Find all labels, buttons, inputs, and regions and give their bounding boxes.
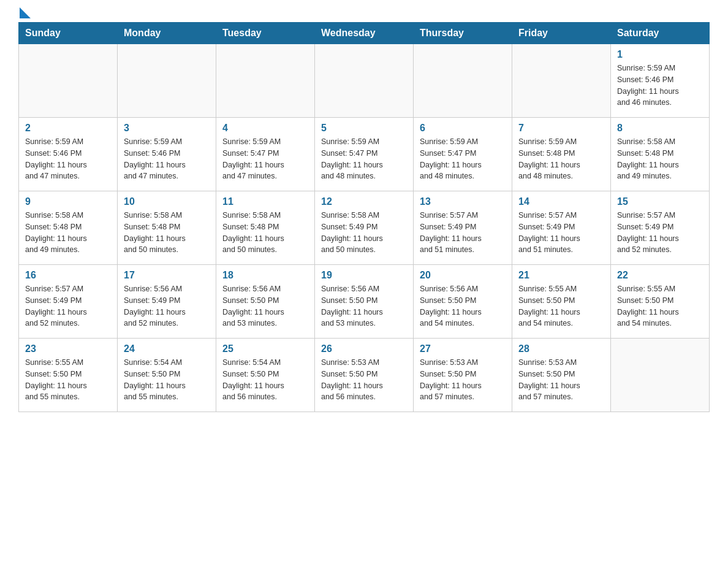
day-cell: 15Sunrise: 5:57 AM Sunset: 5:49 PM Dayli…: [611, 191, 710, 265]
day-number: 7: [518, 123, 604, 134]
day-cell: 24Sunrise: 5:54 AM Sunset: 5:50 PM Dayli…: [118, 339, 216, 412]
day-cell: 26Sunrise: 5:53 AM Sunset: 5:50 PM Dayli…: [315, 339, 414, 412]
day-cell: [512, 44, 611, 118]
day-info: Sunrise: 5:56 AM Sunset: 5:50 PM Dayligh…: [420, 283, 506, 329]
day-cell: [611, 339, 710, 412]
day-number: 26: [321, 343, 407, 354]
day-cell: 28Sunrise: 5:53 AM Sunset: 5:50 PM Dayli…: [512, 339, 611, 412]
day-cell: 23Sunrise: 5:55 AM Sunset: 5:50 PM Dayli…: [19, 339, 118, 412]
day-cell: 13Sunrise: 5:57 AM Sunset: 5:49 PM Dayli…: [414, 191, 512, 265]
header: [18, 12, 710, 16]
day-cell: 5Sunrise: 5:59 AM Sunset: 5:47 PM Daylig…: [315, 118, 414, 191]
day-cell: 8Sunrise: 5:58 AM Sunset: 5:48 PM Daylig…: [611, 118, 710, 191]
day-cell: 20Sunrise: 5:56 AM Sunset: 5:50 PM Dayli…: [414, 265, 512, 339]
day-cell: 11Sunrise: 5:58 AM Sunset: 5:48 PM Dayli…: [216, 191, 315, 265]
day-number: 10: [124, 196, 210, 207]
day-cell: 25Sunrise: 5:54 AM Sunset: 5:50 PM Dayli…: [216, 339, 315, 412]
day-cell: 3Sunrise: 5:59 AM Sunset: 5:46 PM Daylig…: [118, 118, 216, 191]
day-info: Sunrise: 5:59 AM Sunset: 5:48 PM Dayligh…: [518, 136, 604, 182]
day-number: 24: [124, 343, 210, 354]
col-saturday: Saturday: [611, 23, 710, 44]
day-number: 22: [617, 270, 703, 281]
day-number: 15: [617, 196, 703, 207]
day-number: 6: [420, 123, 506, 134]
day-number: 8: [617, 123, 703, 134]
day-number: 1: [617, 49, 703, 60]
day-number: 9: [25, 196, 111, 207]
day-info: Sunrise: 5:59 AM Sunset: 5:47 PM Dayligh…: [321, 136, 407, 182]
col-tuesday: Tuesday: [216, 23, 315, 44]
day-info: Sunrise: 5:59 AM Sunset: 5:47 PM Dayligh…: [420, 136, 506, 182]
day-cell: [118, 44, 216, 118]
day-info: Sunrise: 5:59 AM Sunset: 5:47 PM Dayligh…: [222, 136, 308, 182]
day-number: 3: [124, 123, 210, 134]
day-info: Sunrise: 5:57 AM Sunset: 5:49 PM Dayligh…: [617, 210, 703, 256]
day-cell: 17Sunrise: 5:56 AM Sunset: 5:49 PM Dayli…: [118, 265, 216, 339]
svg-marker-0: [20, 7, 31, 18]
logo-general: [18, 12, 31, 18]
day-cell: 6Sunrise: 5:59 AM Sunset: 5:47 PM Daylig…: [414, 118, 512, 191]
day-cell: 27Sunrise: 5:53 AM Sunset: 5:50 PM Dayli…: [414, 339, 512, 412]
day-number: 2: [25, 123, 111, 134]
day-cell: 18Sunrise: 5:56 AM Sunset: 5:50 PM Dayli…: [216, 265, 315, 339]
day-cell: 2Sunrise: 5:59 AM Sunset: 5:46 PM Daylig…: [19, 118, 118, 191]
day-number: 23: [25, 343, 111, 354]
day-info: Sunrise: 5:55 AM Sunset: 5:50 PM Dayligh…: [25, 357, 111, 403]
day-number: 12: [321, 196, 407, 207]
day-info: Sunrise: 5:58 AM Sunset: 5:48 PM Dayligh…: [222, 210, 308, 256]
logo-flag-icon: [20, 7, 31, 18]
week-row-4: 23Sunrise: 5:55 AM Sunset: 5:50 PM Dayli…: [19, 339, 710, 412]
day-cell: 21Sunrise: 5:55 AM Sunset: 5:50 PM Dayli…: [512, 265, 611, 339]
day-info: Sunrise: 5:59 AM Sunset: 5:46 PM Dayligh…: [617, 63, 703, 109]
calendar-body: 1Sunrise: 5:59 AM Sunset: 5:46 PM Daylig…: [19, 44, 710, 412]
day-number: 25: [222, 343, 308, 354]
logo: [18, 12, 31, 16]
col-monday: Monday: [118, 23, 216, 44]
day-cell: 1Sunrise: 5:59 AM Sunset: 5:46 PM Daylig…: [611, 44, 710, 118]
day-info: Sunrise: 5:57 AM Sunset: 5:49 PM Dayligh…: [518, 210, 604, 256]
day-cell: 9Sunrise: 5:58 AM Sunset: 5:48 PM Daylig…: [19, 191, 118, 265]
week-row-3: 16Sunrise: 5:57 AM Sunset: 5:49 PM Dayli…: [19, 265, 710, 339]
day-cell: [216, 44, 315, 118]
day-number: 18: [222, 270, 308, 281]
week-row-0: 1Sunrise: 5:59 AM Sunset: 5:46 PM Daylig…: [19, 44, 710, 118]
day-info: Sunrise: 5:56 AM Sunset: 5:50 PM Dayligh…: [321, 283, 407, 329]
day-info: Sunrise: 5:56 AM Sunset: 5:50 PM Dayligh…: [222, 283, 308, 329]
day-number: 20: [420, 270, 506, 281]
day-number: 17: [124, 270, 210, 281]
day-cell: 22Sunrise: 5:55 AM Sunset: 5:50 PM Dayli…: [611, 265, 710, 339]
day-number: 4: [222, 123, 308, 134]
day-cell: [315, 44, 414, 118]
day-info: Sunrise: 5:55 AM Sunset: 5:50 PM Dayligh…: [617, 283, 703, 329]
day-cell: 10Sunrise: 5:58 AM Sunset: 5:48 PM Dayli…: [118, 191, 216, 265]
day-cell: 14Sunrise: 5:57 AM Sunset: 5:49 PM Dayli…: [512, 191, 611, 265]
day-info: Sunrise: 5:58 AM Sunset: 5:48 PM Dayligh…: [124, 210, 210, 256]
calendar-header: Sunday Monday Tuesday Wednesday Thursday…: [19, 23, 710, 44]
day-info: Sunrise: 5:57 AM Sunset: 5:49 PM Dayligh…: [420, 210, 506, 256]
days-of-week-row: Sunday Monday Tuesday Wednesday Thursday…: [19, 23, 710, 44]
day-cell: 7Sunrise: 5:59 AM Sunset: 5:48 PM Daylig…: [512, 118, 611, 191]
page: Sunday Monday Tuesday Wednesday Thursday…: [0, 0, 728, 424]
day-info: Sunrise: 5:58 AM Sunset: 5:48 PM Dayligh…: [617, 136, 703, 182]
day-number: 14: [518, 196, 604, 207]
day-info: Sunrise: 5:54 AM Sunset: 5:50 PM Dayligh…: [222, 357, 308, 403]
day-cell: 12Sunrise: 5:58 AM Sunset: 5:49 PM Dayli…: [315, 191, 414, 265]
day-info: Sunrise: 5:59 AM Sunset: 5:46 PM Dayligh…: [25, 136, 111, 182]
day-number: 11: [222, 196, 308, 207]
day-cell: 16Sunrise: 5:57 AM Sunset: 5:49 PM Dayli…: [19, 265, 118, 339]
day-cell: 19Sunrise: 5:56 AM Sunset: 5:50 PM Dayli…: [315, 265, 414, 339]
day-number: 16: [25, 270, 111, 281]
day-number: 27: [420, 343, 506, 354]
col-sunday: Sunday: [19, 23, 118, 44]
day-info: Sunrise: 5:54 AM Sunset: 5:50 PM Dayligh…: [124, 357, 210, 403]
day-info: Sunrise: 5:56 AM Sunset: 5:49 PM Dayligh…: [124, 283, 210, 329]
day-cell: [19, 44, 118, 118]
day-number: 13: [420, 196, 506, 207]
day-info: Sunrise: 5:55 AM Sunset: 5:50 PM Dayligh…: [518, 283, 604, 329]
day-info: Sunrise: 5:53 AM Sunset: 5:50 PM Dayligh…: [321, 357, 407, 403]
calendar-table: Sunday Monday Tuesday Wednesday Thursday…: [18, 22, 710, 412]
col-thursday: Thursday: [414, 23, 512, 44]
day-info: Sunrise: 5:58 AM Sunset: 5:48 PM Dayligh…: [25, 210, 111, 256]
day-number: 21: [518, 270, 604, 281]
day-info: Sunrise: 5:58 AM Sunset: 5:49 PM Dayligh…: [321, 210, 407, 256]
